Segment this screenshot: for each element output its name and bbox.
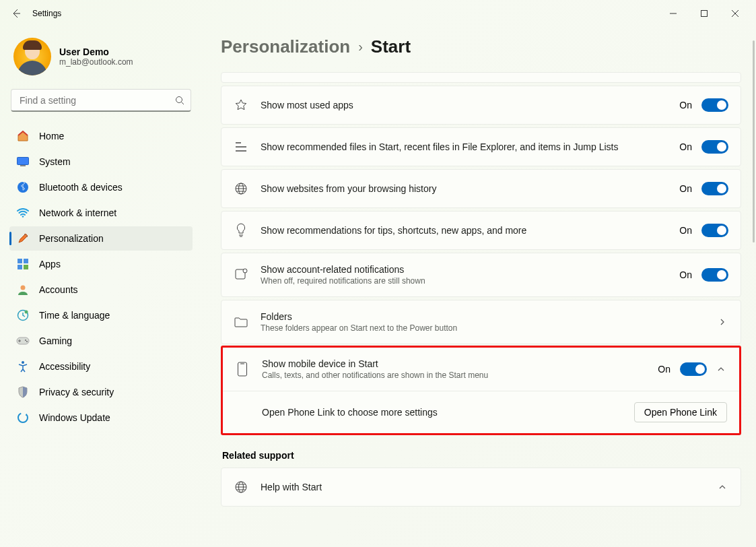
svg-rect-3 xyxy=(20,165,26,166)
sidebar-item-time-language[interactable]: Time & language xyxy=(9,303,193,327)
svg-point-1 xyxy=(176,97,182,103)
sidebar-item-home[interactable]: Home xyxy=(9,124,193,148)
sidebar-item-network-internet[interactable]: Network & internet xyxy=(9,201,193,225)
sidebar: User Demo m_lab@outlook.com HomeSystemBl… xyxy=(0,27,202,547)
setting-title: Show account-related notifications xyxy=(261,264,667,275)
close-icon xyxy=(732,10,738,17)
sidebar-item-label: Home xyxy=(39,131,64,141)
scrollbar[interactable] xyxy=(753,40,755,243)
sidebar-item-label: Privacy & security xyxy=(39,387,114,397)
user-name: User Demo xyxy=(59,46,133,57)
setting-title: Folders xyxy=(261,311,706,322)
setting-show-account-related-notificat[interactable]: Show account-related notificationsWhen o… xyxy=(221,253,741,297)
home-icon xyxy=(16,129,30,143)
setting-title: Show websites from your browsing history xyxy=(261,183,667,194)
sidebar-item-label: Apps xyxy=(39,259,61,269)
setting-show-most-used-apps[interactable]: Show most used appsOn xyxy=(221,86,741,125)
toggle[interactable] xyxy=(701,98,728,112)
open-phone-link-button[interactable]: Open Phone Link xyxy=(634,402,727,422)
toggle[interactable] xyxy=(701,140,728,154)
nav-list: HomeSystemBluetooth & devicesNetwork & i… xyxy=(9,124,193,430)
phone-link-row: Open Phone Link to choose more settings … xyxy=(223,391,739,433)
arrow-left-icon xyxy=(11,8,22,19)
breadcrumb-current: Start xyxy=(371,36,411,57)
clock-icon xyxy=(16,309,30,322)
setting-title: Show mobile device in Start xyxy=(262,358,646,369)
sidebar-item-accounts[interactable]: Accounts xyxy=(9,278,193,302)
setting-show-recommendations-for-tips-[interactable]: Show recommendations for tips, shortcuts… xyxy=(221,211,741,250)
chevron-right-icon[interactable] xyxy=(718,317,728,327)
user-email: m_lab@outlook.com xyxy=(59,57,133,67)
toggle-state: On xyxy=(679,225,692,236)
close-button[interactable] xyxy=(720,3,751,24)
folder-icon xyxy=(234,317,248,327)
highlighted-setting-group: Show mobile device in Start Calls, texts… xyxy=(221,346,741,435)
sidebar-item-system[interactable]: System xyxy=(9,150,193,174)
sidebar-item-windows-update[interactable]: Windows Update xyxy=(9,406,193,430)
setting-show-websites-from-your-browsi[interactable]: Show websites from your browsing history… xyxy=(221,169,741,208)
setting-folders[interactable]: FoldersThese folders appear on Start nex… xyxy=(221,300,741,344)
update-icon xyxy=(16,411,30,424)
help-with-start[interactable]: Help with Start xyxy=(221,468,741,507)
toggle[interactable] xyxy=(701,268,728,282)
search-wrap xyxy=(11,89,191,112)
search-input[interactable] xyxy=(11,89,191,112)
sidebar-item-apps[interactable]: Apps xyxy=(9,252,193,276)
sidebar-item-label: Accessibility xyxy=(39,361,90,372)
svg-rect-6 xyxy=(18,259,22,263)
minimize-button[interactable] xyxy=(658,3,689,24)
setting-title: Show most used apps xyxy=(261,100,667,110)
maximize-button[interactable] xyxy=(689,3,720,24)
chevron-up-icon[interactable] xyxy=(716,364,727,374)
sidebar-item-bluetooth-devices[interactable]: Bluetooth & devices xyxy=(9,175,193,199)
minimize-icon xyxy=(670,10,677,17)
toggle-state: On xyxy=(679,100,692,110)
globe-icon xyxy=(234,182,248,195)
toggle-state: On xyxy=(679,269,692,280)
toggle[interactable] xyxy=(701,224,728,237)
svg-point-12 xyxy=(25,311,28,314)
chevron-up-icon[interactable] xyxy=(718,482,728,492)
person-icon xyxy=(16,283,30,296)
main-content: Personalization › Start Show most used a… xyxy=(202,27,756,547)
mobile-device-setting[interactable]: Show mobile device in Start Calls, texts… xyxy=(223,348,739,391)
setting-show-recommended-files-in-star[interactable]: Show recommended files in Start, recent … xyxy=(221,127,741,166)
setting-desc: These folders appear on Start next to th… xyxy=(261,323,706,333)
breadcrumb: Personalization › Start xyxy=(221,36,741,57)
globe-icon xyxy=(234,480,248,494)
sidebar-item-label: Gaming xyxy=(39,335,72,346)
related-support-heading: Related support xyxy=(222,450,741,461)
breadcrumb-parent[interactable]: Personalization xyxy=(221,36,350,57)
maximize-icon xyxy=(701,10,708,17)
back-button[interactable] xyxy=(5,3,27,24)
setting-desc: Calls, texts, and other notifications ar… xyxy=(262,371,646,380)
sidebar-item-gaming[interactable]: Gaming xyxy=(9,329,193,353)
help-title: Help with Start xyxy=(261,482,706,492)
apps-icon xyxy=(16,257,30,271)
sidebar-item-label: Bluetooth & devices xyxy=(39,182,123,193)
chevron-right-icon: › xyxy=(358,39,363,55)
svg-point-5 xyxy=(22,216,24,218)
svg-rect-8 xyxy=(18,265,22,269)
sidebar-item-privacy-security[interactable]: Privacy & security xyxy=(9,380,193,404)
search-icon xyxy=(175,96,184,105)
system-icon xyxy=(16,155,30,168)
user-profile[interactable]: User Demo m_lab@outlook.com xyxy=(9,35,193,85)
sidebar-item-personalization[interactable]: Personalization xyxy=(9,226,193,251)
setting-title: Show recommendations for tips, shortcuts… xyxy=(261,225,667,236)
mobile-device-toggle[interactable] xyxy=(680,362,707,376)
setting-desc: When off, required notifications are sti… xyxy=(261,276,667,286)
wifi-icon xyxy=(16,206,30,220)
sidebar-item-label: System xyxy=(39,156,71,167)
avatar xyxy=(13,38,51,75)
svg-point-16 xyxy=(22,361,24,364)
svg-rect-23 xyxy=(240,364,244,364)
toggle-state: On xyxy=(679,141,692,152)
svg-rect-0 xyxy=(701,11,708,17)
sidebar-item-accessibility[interactable]: Accessibility xyxy=(9,354,193,379)
settings-list: Show most used appsOnShow recommended fi… xyxy=(221,72,741,344)
phone-link-label: Open Phone Link to choose more settings xyxy=(262,407,622,418)
toggle[interactable] xyxy=(701,182,728,195)
accessibility-icon xyxy=(16,360,30,373)
notif-icon xyxy=(234,268,248,282)
